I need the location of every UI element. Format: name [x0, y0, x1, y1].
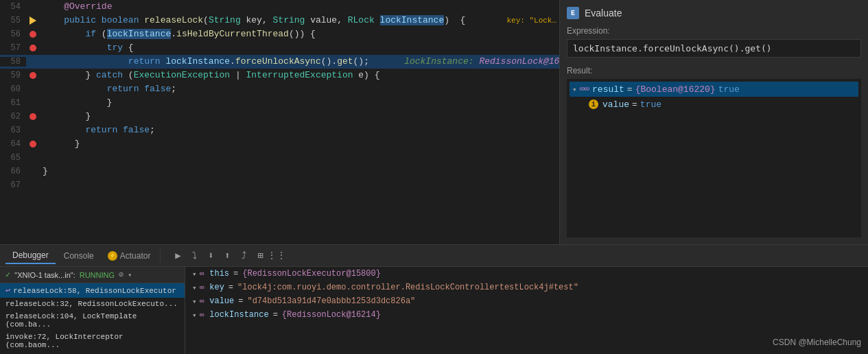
code-line-57: 57 try {	[0, 41, 559, 55]
tab-actuator[interactable]: ⚡ Actuator	[102, 248, 156, 263]
code-line-58: 58 return lockInstance.forceUnlockAsync(…	[0, 55, 559, 69]
line-content: return false;	[40, 123, 559, 137]
debug-toolbar: Debugger Console ⚡ Actuator ▶ ⤵ ⬇ ⬆ ⤴ ⊞ …	[0, 245, 868, 267]
stack-item-1[interactable]: releaseLock:32, RedissonLockExecuto...	[0, 298, 185, 310]
dropdown-icon[interactable]: ▾	[128, 271, 132, 279]
line-number: 58	[0, 57, 26, 67]
toolbar-divider	[160, 249, 161, 263]
infinity-icon: ∞	[200, 311, 204, 319]
line-number: 59	[0, 71, 26, 80]
more-icon[interactable]: ⋮⋮	[269, 248, 284, 263]
expression-input[interactable]	[567, 39, 861, 58]
debug-gutter-bp	[26, 45, 40, 51]
line-content: return false;	[40, 82, 559, 96]
line-number: 57	[0, 43, 26, 53]
resume-icon[interactable]: ▶	[170, 248, 185, 263]
line-number: 64	[0, 139, 26, 149]
code-line-59: 59 } catch (ExecutionException | Interru…	[0, 69, 559, 82]
child-name: value	[602, 99, 629, 110]
stack-list[interactable]: ↩ releaseLock:58, RedissonLockExecutor r…	[0, 283, 185, 354]
stack-item-3[interactable]: invoke:72, LockInterceptor (com.baom...	[0, 331, 185, 351]
line-number: 55	[0, 16, 26, 25]
breakpoint-icon	[30, 45, 36, 51]
var-toggle-icon: ▾	[192, 311, 197, 320]
filter-icon[interactable]: ⊘	[119, 270, 124, 280]
code-line-54: 54 @Override	[0, 0, 559, 14]
code-editor[interactable]: 54 @Override 55 public boolean releaseLo…	[0, 0, 559, 244]
step-over-icon[interactable]: ⤵	[187, 248, 202, 263]
code-line-62: 62 }	[0, 110, 559, 123]
result-toggle-icon: ▾	[572, 85, 577, 94]
code-line-60: 60 return false;	[0, 82, 559, 96]
result-value: true	[718, 84, 740, 95]
line-content: }	[40, 96, 559, 110]
status-text: "XNIO-1 task...in":	[14, 271, 75, 279]
code-line-64: 64 }	[0, 137, 559, 151]
evaluate-icon: E	[567, 7, 579, 19]
stack-arrow-icon: ↩	[5, 285, 10, 296]
code-line-65: 65	[0, 151, 559, 165]
debug-left-panel: ✓ "XNIO-1 task...in": RUNNING ⊘ ▾ ↩ rele…	[0, 267, 185, 354]
debug-content: ✓ "XNIO-1 task...in": RUNNING ⊘ ▾ ↩ rele…	[0, 267, 868, 354]
scroll-hint: key: "Lock4j:com.ruoyi.demo.controller.R…	[465, 14, 559, 27]
code-line-63: 63 return false;	[0, 123, 559, 137]
debug-arrow-icon	[30, 16, 36, 25]
tab-console[interactable]: Console	[57, 248, 101, 263]
stack-item-2[interactable]: releaseLock:104, LockTemplate (com.ba...	[0, 310, 185, 331]
code-line-56: 56 if (lockInstance.isHeldByCurrentThrea…	[0, 27, 559, 41]
var-item-key[interactable]: ▾ ∞ key = "lock4j:com.ruoyi.demo.control…	[185, 281, 868, 294]
line-content: }	[40, 110, 559, 123]
line-number: 61	[0, 98, 26, 108]
code-lines: 54 @Override 55 public boolean releaseLo…	[0, 0, 559, 192]
line-content: if (lockInstance.isHeldByCurrentThread()…	[40, 27, 559, 41]
evaluate-header: E Evaluate	[567, 7, 861, 19]
result-area: ▾ ∞∞ result = {Boolean@16220} true i val…	[567, 79, 861, 237]
debug-right-panel: ▾ ∞ this = {RedissonLockExecutor@15800} …	[185, 267, 868, 354]
var-item-lockinstance[interactable]: ▾ ∞ lockInstance = {RedissonLock@16214}	[185, 308, 868, 322]
line-number: 60	[0, 84, 26, 94]
line-number: 54	[0, 2, 26, 12]
stack-item-label: invoke:72, LockInterceptor (com.baom...	[5, 333, 179, 349]
debug-gutter-bp	[26, 72, 40, 79]
var-item-this[interactable]: ▾ ∞ this = {RedissonLockExecutor@15800}	[185, 267, 868, 281]
code-area: 54 @Override 55 public boolean releaseLo…	[0, 0, 868, 244]
tab-debugger[interactable]: Debugger	[5, 248, 56, 264]
step-into-icon[interactable]: ⬇	[203, 248, 218, 263]
line-content: return lockInstance.forceUnlockAsync().g…	[40, 55, 559, 69]
breakpoint-icon	[30, 31, 36, 38]
evaluate-panel: E Evaluate Expression: Result: ▾ ∞∞ resu…	[559, 0, 868, 244]
child-value: true	[640, 99, 661, 110]
line-number: 67	[0, 180, 26, 190]
breakpoint-icon	[30, 72, 36, 79]
infinity-icon: ∞∞	[580, 84, 589, 94]
stack-item-label: releaseLock:58, RedissonLockExecutor	[13, 287, 176, 295]
run-to-cursor-icon[interactable]: ⤴	[236, 248, 251, 263]
code-line-67: 67	[0, 178, 559, 192]
step-out-icon[interactable]: ⬆	[220, 248, 235, 263]
toolbar-icons: ▶ ⤵ ⬇ ⬆ ⤴ ⊞ ⋮⋮	[170, 248, 284, 263]
evaluate-expression-icon[interactable]: ⊞	[253, 248, 268, 263]
result-root-row[interactable]: ▾ ∞∞ result = {Boolean@16220} true	[570, 82, 858, 97]
stack-item-0[interactable]: ↩ releaseLock:58, RedissonLockExecutor	[0, 283, 185, 298]
line-number: 65	[0, 153, 26, 163]
watermark: CSDN @MichelleChung	[773, 338, 861, 347]
debug-gutter-bp	[26, 31, 40, 38]
line-number: 63	[0, 126, 26, 135]
stack-item-label: releaseLock:104, LockTemplate (com.ba...	[5, 312, 179, 329]
result-child-row[interactable]: i value = true	[586, 97, 858, 112]
running-badge: RUNNING	[80, 271, 115, 279]
expression-label: Expression:	[567, 26, 861, 36]
code-line-55: 55 public boolean releaseLock(String key…	[0, 14, 559, 27]
line-number: 62	[0, 112, 26, 121]
var-item-value[interactable]: ▾ ∞ value = "d74bd513a91d47e0abbb1253d3d…	[185, 294, 868, 308]
bottom-area: Debugger Console ⚡ Actuator ▶ ⤵ ⬇ ⬆ ⤴ ⊞ …	[0, 244, 868, 354]
var-toggle-icon: ▾	[192, 283, 197, 292]
debug-gutter-breakpoint	[26, 16, 40, 25]
var-toggle-icon: ▾	[192, 270, 197, 279]
line-number: 66	[0, 167, 26, 176]
line-number: 56	[0, 30, 26, 39]
line-content: }	[40, 137, 559, 151]
breakpoint-icon	[30, 113, 36, 120]
infinity-icon: ∞	[200, 297, 204, 305]
debug-gutter-bp	[26, 141, 40, 148]
